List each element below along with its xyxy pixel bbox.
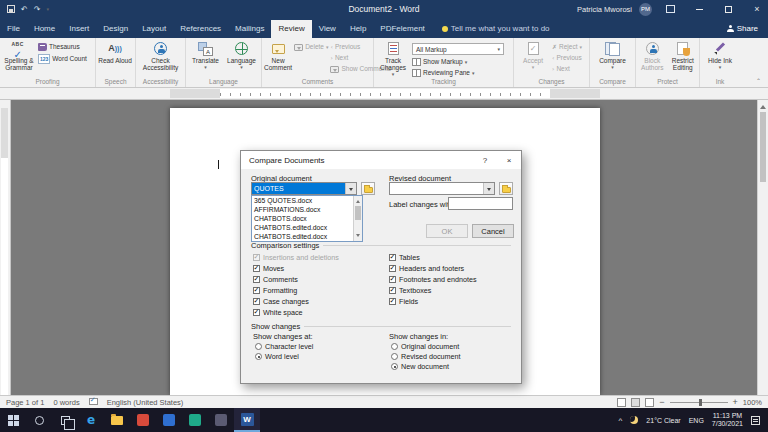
read-mode-icon[interactable]: [617, 398, 626, 407]
checkbox-insertions-deletions[interactable]: ✓Insertions and deletions: [253, 253, 339, 262]
tab-review[interactable]: Review: [271, 20, 311, 38]
dropdown-arrow-button[interactable]: [345, 183, 356, 194]
tell-me-box[interactable]: Tell me what you want to do: [442, 24, 550, 38]
scroll-up-icon[interactable]: [356, 196, 360, 205]
list-item[interactable]: CHATBOTS.edited.docx: [252, 223, 353, 232]
scrollbar-thumb[interactable]: [760, 112, 766, 182]
label-changes-input[interactable]: [448, 197, 513, 210]
track-changes-button[interactable]: Track Changes ▾: [376, 40, 410, 78]
block-authors-button[interactable]: Block Authors: [638, 40, 667, 71]
revised-browse-button[interactable]: [499, 182, 513, 195]
checkbox-footnotes-endnotes[interactable]: ✓Footnotes and endnotes: [389, 275, 477, 284]
checkbox-comments[interactable]: ✓Comments: [253, 275, 298, 284]
delete-comment-button[interactable]: Delete▾: [294, 43, 328, 51]
zoom-slider-thumb[interactable]: [699, 399, 702, 406]
taskbar-file-explorer-button[interactable]: [104, 408, 130, 432]
check-accessibility-button[interactable]: Check Accessibility: [139, 40, 183, 71]
page-indicator[interactable]: Page 1 of 1: [6, 398, 44, 407]
zoom-in-button[interactable]: +: [733, 397, 738, 407]
taskbar-app-button-4[interactable]: [208, 408, 234, 432]
scroll-up-icon[interactable]: [758, 100, 768, 110]
web-layout-icon[interactable]: [645, 398, 654, 407]
reviewing-pane-button[interactable]: Reviewing Pane▾: [412, 69, 504, 77]
list-item[interactable]: AFFIRMATIONS.docx: [252, 205, 353, 214]
cancel-button[interactable]: Cancel: [472, 224, 514, 238]
search-button[interactable]: [26, 408, 52, 432]
word-count-button[interactable]: 123Word Count: [38, 54, 87, 64]
start-button[interactable]: [0, 408, 26, 432]
ribbon-display-options-button[interactable]: [659, 0, 681, 18]
proofing-status-icon[interactable]: [89, 398, 98, 407]
qat-customize-button[interactable]: ▾: [46, 3, 49, 15]
dropdown-arrow-button[interactable]: [483, 183, 494, 194]
restrict-editing-button[interactable]: Restrict Editing: [669, 40, 698, 71]
accept-button[interactable]: ✓ Accept ▾: [516, 40, 550, 71]
notification-center-icon[interactable]: [751, 416, 760, 425]
undo-button[interactable]: ↶: [21, 3, 28, 15]
original-document-dropdown[interactable]: QUOTES: [251, 182, 357, 195]
zoom-slider[interactable]: [670, 402, 728, 403]
checkbox-moves[interactable]: ✓Moves: [253, 264, 284, 273]
collapse-ribbon-button[interactable]: ⌃: [756, 78, 762, 84]
previous-change-button[interactable]: ‹Previous: [552, 54, 582, 62]
taskbar-app-button-1[interactable]: [130, 408, 156, 432]
language-button[interactable]: Language ▾: [225, 40, 259, 71]
language-indicator[interactable]: English (United States): [107, 398, 184, 407]
taskbar-edge-button[interactable]: e: [78, 408, 104, 432]
horizontal-ruler[interactable]: [0, 88, 768, 100]
thesaurus-button[interactable]: Thesaurus: [38, 43, 87, 51]
save-button[interactable]: [7, 3, 15, 15]
checkbox-formatting[interactable]: ✓Formatting: [253, 286, 297, 295]
checkbox-textboxes[interactable]: ✓Textboxes: [389, 286, 431, 295]
vertical-scrollbar[interactable]: [757, 100, 768, 395]
weather-status[interactable]: 21°C Clear: [646, 417, 680, 424]
read-aloud-button[interactable]: A))) Read Aloud: [98, 40, 132, 64]
tab-mailings[interactable]: Mailings: [228, 20, 271, 38]
avatar[interactable]: PM: [639, 3, 652, 16]
share-button[interactable]: Share: [727, 24, 768, 38]
zoom-level[interactable]: 100%: [743, 398, 762, 407]
tab-help[interactable]: Help: [343, 20, 373, 38]
tab-insert[interactable]: Insert: [62, 20, 96, 38]
tab-layout[interactable]: Layout: [135, 20, 173, 38]
reject-button[interactable]: ✗Reject▾: [552, 43, 582, 51]
checkbox-white-space[interactable]: ✓White space: [253, 308, 303, 317]
new-comment-button[interactable]: New Comment: [264, 40, 292, 71]
tab-file[interactable]: File: [0, 20, 27, 38]
ok-button[interactable]: OK: [426, 224, 468, 238]
show-markup-button[interactable]: Show Markup▾: [412, 58, 504, 66]
checkbox-case-changes[interactable]: ✓Case changes: [253, 297, 309, 306]
taskbar-word-button[interactable]: W: [234, 408, 260, 432]
next-change-button[interactable]: ›Next: [552, 65, 582, 73]
translate-button[interactable]: A Translate ▾: [189, 40, 223, 71]
scroll-down-icon[interactable]: [356, 232, 360, 241]
display-for-review-dropdown[interactable]: All Markup▾: [412, 43, 504, 55]
taskbar-app-button-3[interactable]: [182, 408, 208, 432]
checkbox-fields[interactable]: ✓Fields: [389, 297, 418, 306]
checkbox-headers-footers[interactable]: ✓Headers and footers: [389, 264, 464, 273]
list-item[interactable]: CHATBOTS.docx: [252, 214, 353, 223]
maximize-button[interactable]: [717, 0, 739, 18]
redo-button[interactable]: ↷: [34, 3, 41, 15]
dialog-title-bar[interactable]: Compare Documents ? ×: [241, 151, 521, 169]
tab-references[interactable]: References: [173, 20, 228, 38]
original-browse-button[interactable]: [361, 182, 375, 195]
taskbar-app-button-2[interactable]: [156, 408, 182, 432]
clock[interactable]: 11:13 PM 7/30/2021: [712, 412, 743, 428]
radio-word-level[interactable]: Word level: [255, 352, 299, 361]
zoom-out-button[interactable]: −: [659, 397, 664, 407]
dialog-close-button[interactable]: ×: [497, 151, 521, 169]
dialog-help-button[interactable]: ?: [473, 151, 497, 169]
radio-original-document[interactable]: Original document: [391, 342, 459, 351]
scrollbar-thumb[interactable]: [355, 206, 361, 220]
close-button[interactable]: ×: [746, 0, 768, 18]
hide-ink-button[interactable]: Hide Ink ▾: [703, 40, 737, 71]
list-item[interactable]: CHATBOTS.edited.docx: [252, 232, 353, 241]
tab-view[interactable]: View: [312, 20, 343, 38]
revised-document-dropdown[interactable]: [389, 182, 495, 195]
radio-new-document[interactable]: New document: [391, 362, 449, 371]
tab-design[interactable]: Design: [96, 20, 135, 38]
tray-expand-button[interactable]: ^: [619, 416, 623, 425]
tab-pdfelement[interactable]: PDFelement: [373, 20, 431, 38]
radio-character-level[interactable]: Character level: [255, 342, 313, 351]
